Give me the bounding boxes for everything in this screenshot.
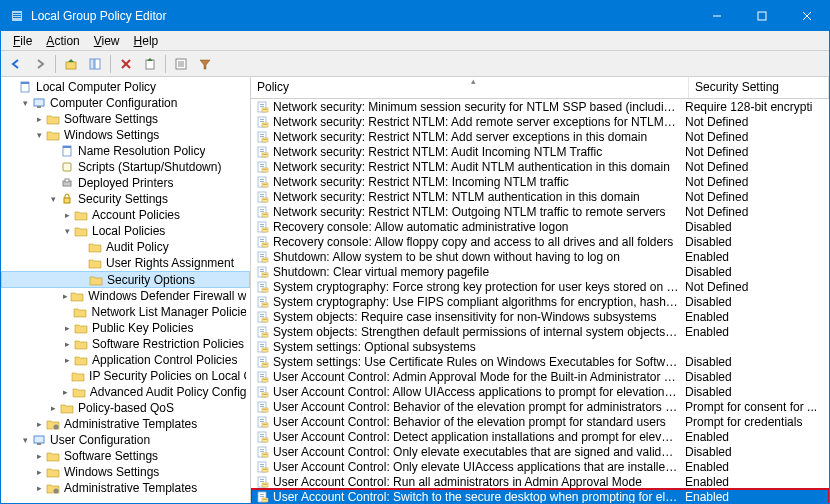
tree-item-application-control-policies[interactable]: ▸Application Control Policies — [1, 352, 250, 368]
expander-icon[interactable]: ▸ — [61, 291, 69, 301]
tree-item-security-settings[interactable]: ▾Security Settings — [1, 191, 250, 207]
policy-row[interactable]: User Account Control: Behavior of the el… — [251, 414, 829, 429]
policy-row[interactable]: User Account Control: Only elevate execu… — [251, 444, 829, 459]
tree-item-account-policies[interactable]: ▸Account Policies — [1, 207, 250, 223]
tree-item-user-windows-settings[interactable]: ▸Windows Settings — [1, 464, 250, 480]
svg-rect-98 — [260, 299, 264, 300]
expander-icon[interactable]: ▸ — [33, 467, 45, 477]
tree-item-security-options[interactable]: Security Options — [1, 271, 250, 288]
export-button[interactable] — [139, 53, 161, 75]
minimize-button[interactable] — [694, 1, 739, 31]
tree-item-network-list-manager[interactable]: Network List Manager Policies — [1, 304, 250, 320]
expander-icon[interactable]: ▸ — [61, 210, 73, 220]
policy-row[interactable]: System objects: Require case insensitivi… — [251, 309, 829, 324]
policy-row[interactable]: Shutdown: Allow system to be shut down w… — [251, 249, 829, 264]
tree-label: Administrative Templates — [64, 417, 197, 431]
svg-rect-78 — [260, 239, 264, 240]
policy-row[interactable]: Network security: Restrict NTLM: Incomin… — [251, 174, 829, 189]
policy-row[interactable]: System objects: Strengthen default permi… — [251, 324, 829, 339]
tree-item-user-administrative-templates[interactable]: ▸Administrative Templates — [1, 480, 250, 496]
up-button[interactable] — [60, 53, 82, 75]
policy-row[interactable]: Network security: Minimum session securi… — [251, 99, 829, 114]
expander-icon[interactable]: ▸ — [61, 323, 73, 333]
policy-row[interactable]: Network security: Restrict NTLM: Add rem… — [251, 114, 829, 129]
tree-item-windows-settings[interactable]: ▾Windows Settings — [1, 127, 250, 143]
expander-icon[interactable]: ▸ — [33, 483, 45, 493]
policy-row[interactable]: User Account Control: Behavior of the el… — [251, 399, 829, 414]
forward-button[interactable] — [29, 53, 51, 75]
svg-rect-74 — [260, 226, 264, 227]
policy-row[interactable]: Network security: Restrict NTLM: Add ser… — [251, 129, 829, 144]
delete-button[interactable] — [115, 53, 137, 75]
close-button[interactable] — [784, 1, 829, 31]
policy-row[interactable]: Network security: Restrict NTLM: Audit N… — [251, 159, 829, 174]
tree-label: Security Options — [107, 273, 195, 287]
expander-icon[interactable]: ▸ — [61, 387, 71, 397]
tree-item-advanced-audit-policy[interactable]: ▸Advanced Audit Policy Configuration — [1, 384, 250, 400]
tree-item-deployed-printers[interactable]: Deployed Printers — [1, 175, 250, 191]
tree-item-administrative-templates[interactable]: ▸Administrative Templates — [1, 416, 250, 432]
policy-row[interactable]: User Account Control: Admin Approval Mod… — [251, 369, 829, 384]
svg-rect-149 — [260, 451, 264, 452]
tree-item-windows-defender-firewall[interactable]: ▸Windows Defender Firewall with Advanced — [1, 288, 250, 304]
policy-row[interactable]: System cryptography: Force strong key pr… — [251, 279, 829, 294]
tree-label: Advanced Audit Policy Configuration — [90, 385, 246, 399]
policy-list[interactable]: Network security: Minimum session securi… — [251, 99, 829, 503]
policy-row[interactable]: System settings: Optional subsystems — [251, 339, 829, 354]
tree-item-public-key-policies[interactable]: ▸Public Key Policies — [1, 320, 250, 336]
menu-action[interactable]: Action — [40, 33, 85, 49]
svg-rect-59 — [260, 181, 264, 182]
expander-icon[interactable]: ▾ — [61, 226, 73, 236]
expander-icon[interactable]: ▸ — [61, 339, 73, 349]
tree-item-user-configuration[interactable]: ▾User Configuration — [1, 432, 250, 448]
tree-item-software-settings[interactable]: ▸Software Settings — [1, 111, 250, 127]
expander-icon[interactable]: ▸ — [61, 355, 73, 365]
policy-row[interactable]: User Account Control: Detect application… — [251, 429, 829, 444]
tree-item-name-resolution-policy[interactable]: Name Resolution Policy — [1, 143, 250, 159]
tree-item-computer-configuration[interactable]: ▾Computer Configuration — [1, 95, 250, 111]
tree-item-scripts[interactable]: Scripts (Startup/Shutdown) — [1, 159, 250, 175]
svg-rect-86 — [263, 259, 267, 260]
policy-row[interactable]: Recovery console: Allow automatic admini… — [251, 219, 829, 234]
tree-item-user-software-settings[interactable]: ▸Software Settings — [1, 448, 250, 464]
policy-row[interactable]: System settings: Use Certificate Rules o… — [251, 354, 829, 369]
col-setting[interactable]: Security Setting — [689, 77, 829, 98]
policy-row[interactable]: Network security: Restrict NTLM: NTLM au… — [251, 189, 829, 204]
policy-row[interactable]: User Account Control: Only elevate UIAcc… — [251, 459, 829, 474]
expander-icon[interactable]: ▾ — [33, 130, 45, 140]
expander-icon[interactable]: ▸ — [33, 419, 45, 429]
policy-row[interactable]: System cryptography: Use FIPS compliant … — [251, 294, 829, 309]
properties-button[interactable] — [170, 53, 192, 75]
tree-item-root[interactable]: Local Computer Policy — [1, 79, 250, 95]
policy-row[interactable]: Recovery console: Allow floppy copy and … — [251, 234, 829, 249]
tree-item-software-restriction-policies[interactable]: ▸Software Restriction Policies — [1, 336, 250, 352]
back-button[interactable] — [5, 53, 27, 75]
expander-icon[interactable]: ▸ — [47, 403, 59, 413]
policy-row[interactable]: User Account Control: Switch to the secu… — [251, 489, 829, 503]
tree-item-ip-security-policies[interactable]: IP Security Policies on Local Computer — [1, 368, 250, 384]
filter-button[interactable] — [194, 53, 216, 75]
tree-item-policy-based-qos[interactable]: ▸Policy-based QoS — [1, 400, 250, 416]
expander-icon[interactable]: ▾ — [19, 435, 31, 445]
menu-help[interactable]: Help — [128, 33, 165, 49]
policy-row[interactable]: Network security: Restrict NTLM: Outgoin… — [251, 204, 829, 219]
svg-rect-35 — [262, 108, 268, 112]
menu-view[interactable]: View — [88, 33, 126, 49]
policy-row[interactable]: User Account Control: Run all administra… — [251, 474, 829, 489]
policy-row[interactable]: User Account Control: Allow UIAccess app… — [251, 384, 829, 399]
menu-file[interactable]: File — [7, 33, 38, 49]
advanced-audit-policy-icon — [71, 385, 87, 399]
tree-pane[interactable]: Local Computer Policy▾Computer Configura… — [1, 77, 251, 503]
show-hide-tree-button[interactable] — [84, 53, 106, 75]
expander-icon[interactable]: ▾ — [19, 98, 31, 108]
col-policy[interactable]: Policy — [251, 77, 689, 98]
tree-item-audit-policy[interactable]: Audit Policy — [1, 239, 250, 255]
expander-icon[interactable]: ▾ — [47, 194, 59, 204]
expander-icon[interactable]: ▸ — [33, 451, 45, 461]
tree-item-local-policies[interactable]: ▾Local Policies — [1, 223, 250, 239]
tree-item-user-rights-assignment[interactable]: User Rights Assignment — [1, 255, 250, 271]
expander-icon[interactable]: ▸ — [33, 114, 45, 124]
maximize-button[interactable] — [739, 1, 784, 31]
policy-row[interactable]: Network security: Restrict NTLM: Audit I… — [251, 144, 829, 159]
policy-row[interactable]: Shutdown: Clear virtual memory pagefileD… — [251, 264, 829, 279]
